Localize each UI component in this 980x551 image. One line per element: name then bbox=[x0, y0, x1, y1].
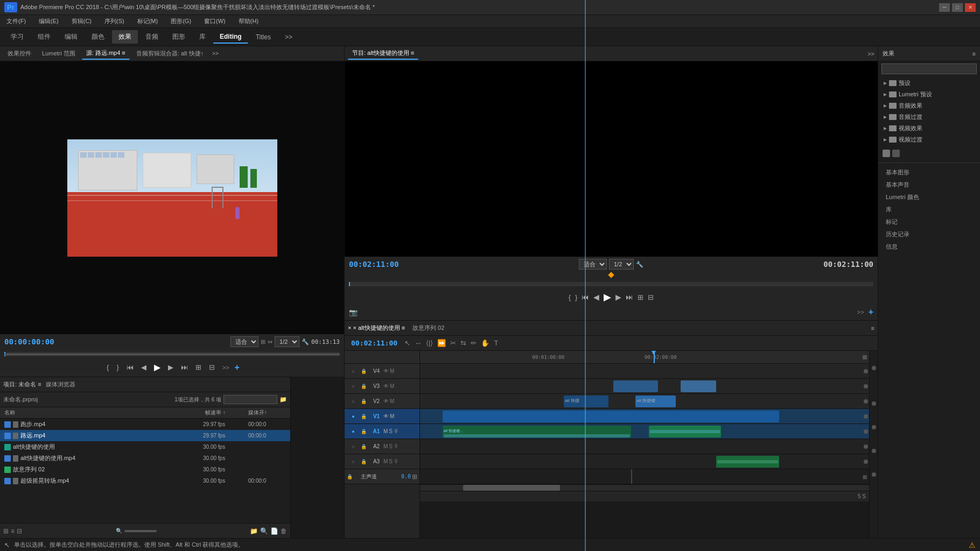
effects-cat-lumetri[interactable]: ▶ Lumetri 预设 bbox=[881, 89, 977, 100]
menu-window[interactable]: 窗口(W) bbox=[202, 16, 228, 26]
clip-v2-2[interactable]: alt 快捷键 bbox=[635, 395, 676, 407]
effects-lumetri-color[interactable]: Lumetri 颜色 bbox=[881, 191, 977, 203]
toggle-box-2[interactable] bbox=[892, 150, 900, 157]
menu-file[interactable]: 文件(F) bbox=[4, 16, 28, 26]
effects-basic-graphics[interactable]: 基本图形 bbox=[881, 166, 977, 179]
minimize-button[interactable]: ─ bbox=[939, 3, 950, 12]
tl-tool-rate[interactable]: ⏩ bbox=[436, 338, 447, 348]
restore-button[interactable]: □ bbox=[952, 3, 963, 12]
proj-view-icon[interactable]: ⊞ bbox=[3, 527, 9, 535]
clip-a3-1[interactable] bbox=[716, 456, 779, 468]
tc-lock-v4[interactable]: 🔒 bbox=[361, 369, 369, 374]
program-panel-more[interactable]: >> bbox=[867, 51, 874, 57]
tc-mute-v1[interactable]: M bbox=[390, 413, 394, 419]
effects-cat-audiofx[interactable]: ▶ 音频效果 bbox=[881, 100, 977, 111]
master-expand[interactable]: ⊞ bbox=[863, 474, 867, 480]
program-go-out[interactable]: ⏭ bbox=[626, 293, 633, 301]
tab-effects[interactable]: 效果 bbox=[112, 30, 138, 44]
project-media-browser[interactable]: 媒体浏览器 bbox=[46, 380, 75, 388]
program-scrubber[interactable] bbox=[349, 282, 873, 286]
effects-cat-audiotrans[interactable]: ▶ 音频过渡 bbox=[881, 111, 977, 123]
effects-history[interactable]: 历史记录 bbox=[881, 228, 977, 241]
effects-search-input[interactable] bbox=[881, 63, 977, 74]
menu-graphics[interactable]: 图形(G) bbox=[169, 16, 193, 26]
program-step-back[interactable]: ◀ bbox=[593, 293, 599, 301]
tab-lumetri-scope[interactable]: Lumetri 范围 bbox=[38, 48, 80, 59]
tab-source-video[interactable]: 源: 路远.mp4 ≡ bbox=[82, 47, 130, 60]
tab-components[interactable]: 组件 bbox=[31, 30, 57, 44]
menu-clip[interactable]: 剪辑(C) bbox=[69, 16, 94, 26]
project-item-0[interactable]: 跑步.mp4 29.97 fps 00:00:0 bbox=[0, 419, 290, 430]
tc-mute-v4[interactable]: M bbox=[390, 368, 394, 374]
tc-eye-v2[interactable]: 👁 bbox=[383, 398, 389, 404]
tc-eye-a1[interactable]: M bbox=[383, 428, 388, 434]
program-mark-in[interactable]: { bbox=[569, 293, 571, 301]
tl-tool-selection[interactable]: ↖ bbox=[403, 338, 412, 348]
tab-edit[interactable]: 编辑 bbox=[58, 30, 84, 44]
effects-markers[interactable]: 标记 bbox=[881, 216, 977, 228]
tc-solo-a2[interactable]: S bbox=[389, 443, 393, 449]
tl-tool-type[interactable]: T bbox=[492, 338, 500, 348]
track-v2[interactable]: alt 快捷 alt 快捷键 bbox=[420, 394, 869, 409]
project-item-3[interactable]: alt快捷键的使用.mp4 30.00 fps bbox=[0, 453, 290, 464]
menu-help[interactable]: 帮助(H) bbox=[236, 16, 261, 26]
effects-cat-presets[interactable]: ▶ 预设 bbox=[881, 77, 977, 89]
edge-btn-4[interactable] bbox=[872, 449, 876, 453]
track-a3[interactable] bbox=[420, 454, 869, 469]
tab-more[interactable]: >> bbox=[278, 31, 299, 43]
program-lift[interactable]: ⊞ bbox=[638, 293, 643, 301]
project-search[interactable] bbox=[223, 395, 277, 404]
effects-library[interactable]: 库 bbox=[881, 203, 977, 216]
program-mark-out[interactable]: } bbox=[575, 293, 577, 301]
tab-color[interactable]: 颜色 bbox=[85, 30, 111, 44]
project-item-4[interactable]: 故意序列 02 30.00 fps bbox=[0, 464, 290, 475]
tl-tool-pen[interactable]: ✏ bbox=[469, 338, 478, 348]
tl-tab-active[interactable]: × × alt快捷键的使用 ≡ bbox=[348, 324, 405, 332]
source-insert[interactable]: ⊞ bbox=[193, 362, 204, 372]
tc-solo-a1[interactable]: S bbox=[389, 428, 393, 434]
effects-menu-icon[interactable]: ≡ bbox=[972, 51, 976, 57]
tl-tool-razor[interactable]: ✂ bbox=[449, 338, 458, 348]
tc-eye-v3[interactable]: 👁 bbox=[383, 383, 389, 389]
tc-eye-v4[interactable]: 👁 bbox=[383, 368, 389, 374]
source-fraction-select[interactable]: 1/2 bbox=[275, 336, 299, 347]
zoom-slider[interactable] bbox=[124, 530, 157, 532]
tab-more-source[interactable]: >> bbox=[210, 50, 221, 58]
tc-lock-a2[interactable]: 🔒 bbox=[361, 444, 369, 449]
tl-tab-2[interactable]: 故意序列 02 bbox=[412, 324, 444, 332]
proj-meta-view[interactable]: ⊟ bbox=[17, 527, 22, 535]
tc-mute-v3[interactable]: M bbox=[390, 383, 394, 389]
clip-a1-1[interactable]: alt 快捷键... bbox=[443, 426, 631, 437]
program-play[interactable]: ▶ bbox=[604, 291, 611, 303]
tl-tool-slip[interactable]: ⇆ bbox=[459, 338, 468, 348]
menu-marker[interactable]: 标记(M) bbox=[135, 16, 160, 26]
track-a2[interactable] bbox=[420, 439, 869, 454]
source-play[interactable]: ▶ bbox=[152, 361, 163, 373]
proj-new-bin[interactable]: 📁 bbox=[250, 527, 258, 535]
source-add-btn[interactable]: + bbox=[235, 363, 240, 372]
tab-learn[interactable]: 学习 bbox=[4, 30, 30, 44]
source-fit-select[interactable]: 适合 bbox=[230, 336, 258, 347]
tc-mute-v2[interactable]: M bbox=[390, 398, 394, 404]
program-step-forward[interactable]: ▶ bbox=[615, 293, 621, 301]
source-step-back[interactable]: ◀ bbox=[139, 362, 149, 372]
menu-sequence[interactable]: 序列(S) bbox=[102, 16, 127, 26]
source-go-out[interactable]: ⏭ bbox=[179, 362, 190, 372]
track-a1[interactable]: alt 快捷键... bbox=[420, 424, 869, 439]
tab-effect-controls[interactable]: 效果控件 bbox=[3, 48, 36, 59]
timeline-scrollbar-thumb[interactable] bbox=[463, 485, 560, 491]
track-v4[interactable] bbox=[420, 364, 869, 379]
tc-lock-master[interactable]: 🔒 bbox=[347, 474, 360, 479]
project-item-2[interactable]: alt快捷键的使用 30.00 fps bbox=[0, 441, 290, 453]
edge-btn-1[interactable] bbox=[872, 366, 876, 370]
source-mark-in[interactable]: { bbox=[104, 362, 111, 372]
program-extract[interactable]: ⊟ bbox=[648, 293, 654, 301]
effects-basic-audio[interactable]: 基本声音 bbox=[881, 179, 977, 191]
edge-btn-3[interactable] bbox=[872, 425, 876, 429]
clip-v3-2[interactable] bbox=[681, 380, 717, 392]
program-more-controls[interactable]: >> bbox=[857, 309, 864, 315]
proj-new-item[interactable]: 📄 bbox=[270, 527, 278, 535]
source-step-forward[interactable]: ▶ bbox=[166, 362, 176, 372]
track-v3[interactable] bbox=[420, 379, 869, 394]
edge-btn-5[interactable] bbox=[872, 472, 876, 477]
